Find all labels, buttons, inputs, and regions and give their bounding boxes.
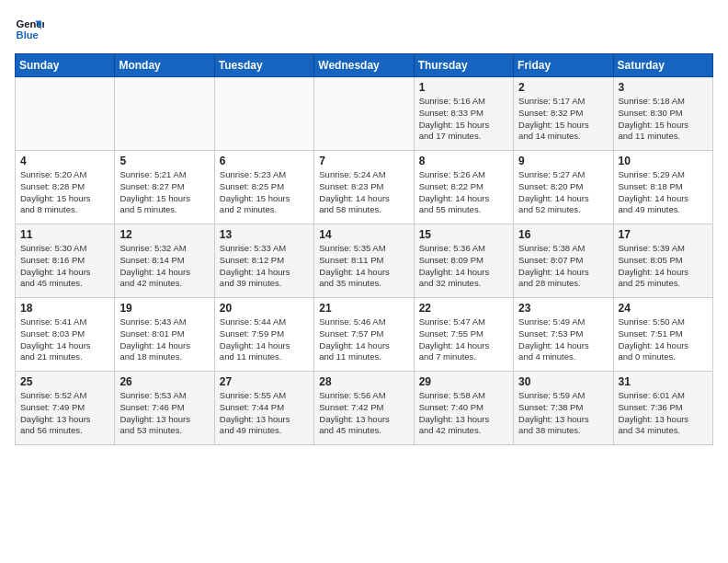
day-info: Sunrise: 5:16 AM Sunset: 8:33 PM Dayligh… bbox=[419, 96, 508, 143]
day-number: 6 bbox=[220, 155, 309, 167]
header-tuesday: Tuesday bbox=[214, 54, 313, 77]
calendar-cell: 7Sunrise: 5:24 AM Sunset: 8:23 PM Daylig… bbox=[314, 151, 414, 224]
day-number: 14 bbox=[319, 228, 408, 241]
header-saturday: Saturday bbox=[613, 54, 712, 77]
calendar-cell: 29Sunrise: 5:58 AM Sunset: 7:40 PM Dayli… bbox=[414, 372, 513, 445]
calendar-cell: 22Sunrise: 5:47 AM Sunset: 7:55 PM Dayli… bbox=[414, 298, 513, 372]
day-number: 20 bbox=[220, 302, 309, 315]
day-number: 29 bbox=[419, 375, 508, 388]
calendar-cell: 27Sunrise: 5:55 AM Sunset: 7:44 PM Dayli… bbox=[214, 372, 313, 445]
calendar-cell bbox=[314, 77, 414, 151]
day-info: Sunrise: 5:52 AM Sunset: 7:49 PM Dayligh… bbox=[20, 390, 109, 437]
calendar-cell: 15Sunrise: 5:36 AM Sunset: 8:09 PM Dayli… bbox=[414, 224, 513, 298]
calendar-cell: 11Sunrise: 5:30 AM Sunset: 8:16 PM Dayli… bbox=[16, 224, 115, 298]
day-number: 21 bbox=[319, 302, 408, 315]
day-info: Sunrise: 5:26 AM Sunset: 8:22 PM Dayligh… bbox=[419, 169, 508, 216]
day-info: Sunrise: 5:23 AM Sunset: 8:25 PM Dayligh… bbox=[220, 169, 309, 216]
calendar-cell: 5Sunrise: 5:21 AM Sunset: 8:27 PM Daylig… bbox=[115, 151, 214, 224]
day-number: 22 bbox=[419, 302, 508, 315]
day-info: Sunrise: 5:44 AM Sunset: 7:59 PM Dayligh… bbox=[220, 316, 309, 363]
calendar-cell: 24Sunrise: 5:50 AM Sunset: 7:51 PM Dayli… bbox=[613, 298, 712, 372]
day-number: 25 bbox=[20, 375, 109, 388]
header-wednesday: Wednesday bbox=[314, 54, 414, 77]
calendar-cell: 2Sunrise: 5:17 AM Sunset: 8:32 PM Daylig… bbox=[514, 77, 613, 151]
day-info: Sunrise: 5:20 AM Sunset: 8:28 PM Dayligh… bbox=[20, 169, 109, 216]
calendar-cell: 21Sunrise: 5:46 AM Sunset: 7:57 PM Dayli… bbox=[314, 298, 414, 372]
calendar-cell: 10Sunrise: 5:29 AM Sunset: 8:18 PM Dayli… bbox=[613, 151, 712, 224]
calendar-cell: 23Sunrise: 5:49 AM Sunset: 7:53 PM Dayli… bbox=[514, 298, 613, 372]
day-number: 7 bbox=[319, 155, 408, 167]
day-number: 17 bbox=[619, 228, 708, 241]
header-monday: Monday bbox=[115, 54, 214, 77]
day-info: Sunrise: 5:35 AM Sunset: 8:11 PM Dayligh… bbox=[319, 243, 408, 290]
day-number: 10 bbox=[619, 155, 708, 167]
calendar-cell: 19Sunrise: 5:43 AM Sunset: 8:01 PM Dayli… bbox=[115, 298, 214, 372]
calendar-cell: 18Sunrise: 5:41 AM Sunset: 8:03 PM Dayli… bbox=[16, 298, 115, 372]
day-info: Sunrise: 5:39 AM Sunset: 8:05 PM Dayligh… bbox=[619, 243, 708, 290]
calendar-cell: 8Sunrise: 5:26 AM Sunset: 8:22 PM Daylig… bbox=[414, 151, 513, 224]
day-number: 16 bbox=[518, 228, 608, 241]
calendar-table: SundayMondayTuesdayWednesdayThursdayFrid… bbox=[15, 53, 713, 445]
day-info: Sunrise: 5:49 AM Sunset: 7:53 PM Dayligh… bbox=[518, 316, 608, 363]
day-number: 3 bbox=[619, 81, 708, 94]
day-info: Sunrise: 5:18 AM Sunset: 8:30 PM Dayligh… bbox=[619, 96, 708, 143]
day-number: 5 bbox=[119, 155, 209, 167]
calendar-week-2: 4Sunrise: 5:20 AM Sunset: 8:28 PM Daylig… bbox=[16, 151, 713, 224]
day-number: 4 bbox=[20, 155, 109, 167]
day-number: 31 bbox=[619, 375, 708, 388]
header-friday: Friday bbox=[514, 54, 613, 77]
day-number: 12 bbox=[119, 228, 209, 241]
day-info: Sunrise: 5:30 AM Sunset: 8:16 PM Dayligh… bbox=[20, 243, 109, 290]
calendar-cell: 14Sunrise: 5:35 AM Sunset: 8:11 PM Dayli… bbox=[314, 224, 414, 298]
day-number: 11 bbox=[20, 228, 109, 241]
day-number: 2 bbox=[518, 81, 608, 94]
calendar-week-3: 11Sunrise: 5:30 AM Sunset: 8:16 PM Dayli… bbox=[16, 224, 713, 298]
day-number: 26 bbox=[119, 375, 209, 388]
day-info: Sunrise: 5:46 AM Sunset: 7:57 PM Dayligh… bbox=[319, 316, 408, 363]
svg-text:Blue: Blue bbox=[17, 29, 39, 40]
calendar-week-1: 1Sunrise: 5:16 AM Sunset: 8:33 PM Daylig… bbox=[16, 77, 713, 151]
day-info: Sunrise: 5:58 AM Sunset: 7:40 PM Dayligh… bbox=[419, 390, 508, 437]
day-number: 23 bbox=[518, 302, 608, 315]
calendar-cell: 4Sunrise: 5:20 AM Sunset: 8:28 PM Daylig… bbox=[16, 151, 115, 224]
calendar-cell: 31Sunrise: 6:01 AM Sunset: 7:36 PM Dayli… bbox=[613, 372, 712, 445]
calendar-cell: 1Sunrise: 5:16 AM Sunset: 8:33 PM Daylig… bbox=[414, 77, 513, 151]
day-number: 24 bbox=[619, 302, 708, 315]
day-info: Sunrise: 5:55 AM Sunset: 7:44 PM Dayligh… bbox=[220, 390, 309, 437]
day-info: Sunrise: 5:47 AM Sunset: 7:55 PM Dayligh… bbox=[419, 316, 508, 363]
day-info: Sunrise: 5:29 AM Sunset: 8:18 PM Dayligh… bbox=[619, 169, 708, 216]
day-info: Sunrise: 5:53 AM Sunset: 7:46 PM Dayligh… bbox=[119, 390, 209, 437]
day-info: Sunrise: 5:24 AM Sunset: 8:23 PM Dayligh… bbox=[319, 169, 408, 216]
day-info: Sunrise: 5:17 AM Sunset: 8:32 PM Dayligh… bbox=[518, 96, 608, 143]
calendar-cell: 9Sunrise: 5:27 AM Sunset: 8:20 PM Daylig… bbox=[514, 151, 613, 224]
day-info: Sunrise: 5:33 AM Sunset: 8:12 PM Dayligh… bbox=[220, 243, 309, 290]
calendar-header-row: SundayMondayTuesdayWednesdayThursdayFrid… bbox=[16, 54, 713, 77]
calendar-cell: 20Sunrise: 5:44 AM Sunset: 7:59 PM Dayli… bbox=[214, 298, 313, 372]
day-number: 8 bbox=[419, 155, 508, 167]
calendar-cell: 13Sunrise: 5:33 AM Sunset: 8:12 PM Dayli… bbox=[214, 224, 313, 298]
day-number: 1 bbox=[419, 81, 508, 94]
calendar-cell: 28Sunrise: 5:56 AM Sunset: 7:42 PM Dayli… bbox=[314, 372, 414, 445]
day-info: Sunrise: 5:32 AM Sunset: 8:14 PM Dayligh… bbox=[119, 243, 209, 290]
calendar-week-4: 18Sunrise: 5:41 AM Sunset: 8:03 PM Dayli… bbox=[16, 298, 713, 372]
day-number: 28 bbox=[319, 375, 408, 388]
day-info: Sunrise: 5:36 AM Sunset: 8:09 PM Dayligh… bbox=[419, 243, 508, 290]
day-info: Sunrise: 5:43 AM Sunset: 8:01 PM Dayligh… bbox=[119, 316, 209, 363]
day-info: Sunrise: 5:56 AM Sunset: 7:42 PM Dayligh… bbox=[319, 390, 408, 437]
calendar-cell: 17Sunrise: 5:39 AM Sunset: 8:05 PM Dayli… bbox=[613, 224, 712, 298]
calendar-cell: 6Sunrise: 5:23 AM Sunset: 8:25 PM Daylig… bbox=[214, 151, 313, 224]
logo-icon: General Blue bbox=[15, 15, 44, 44]
logo: General Blue bbox=[15, 15, 48, 44]
header-thursday: Thursday bbox=[414, 54, 513, 77]
day-number: 19 bbox=[119, 302, 209, 315]
day-number: 13 bbox=[220, 228, 309, 241]
day-number: 27 bbox=[220, 375, 309, 388]
header-sunday: Sunday bbox=[16, 54, 115, 77]
calendar-cell: 26Sunrise: 5:53 AM Sunset: 7:46 PM Dayli… bbox=[115, 372, 214, 445]
day-info: Sunrise: 5:50 AM Sunset: 7:51 PM Dayligh… bbox=[619, 316, 708, 363]
calendar-week-5: 25Sunrise: 5:52 AM Sunset: 7:49 PM Dayli… bbox=[16, 372, 713, 445]
calendar-cell: 3Sunrise: 5:18 AM Sunset: 8:30 PM Daylig… bbox=[613, 77, 712, 151]
calendar-cell: 16Sunrise: 5:38 AM Sunset: 8:07 PM Dayli… bbox=[514, 224, 613, 298]
calendar-cell bbox=[214, 77, 313, 151]
calendar-cell bbox=[16, 77, 115, 151]
